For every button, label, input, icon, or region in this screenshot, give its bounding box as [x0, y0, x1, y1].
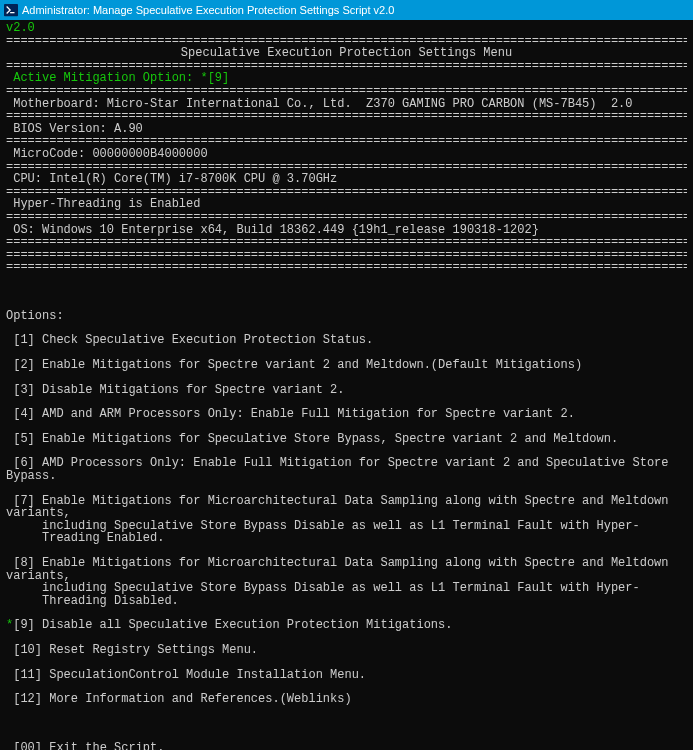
menu-option-6: [6] AMD Processors Only: Enable Full Mit…	[6, 457, 687, 482]
exit-option: [00] Exit the Script.	[6, 742, 687, 750]
active-mitigation-label: Active Mitigation Option: *[9]	[6, 72, 687, 85]
microcode-info: MicroCode: 00000000B4000000	[6, 148, 687, 161]
hyperthreading-info: Hyper-Threading is Enabled	[6, 198, 687, 211]
version-label: v2.0	[6, 22, 687, 35]
divider: ========================================…	[6, 236, 687, 249]
window-title-bar[interactable]: Administrator: Manage Speculative Execut…	[0, 0, 693, 20]
options-header: Options:	[6, 310, 687, 323]
os-info: OS: Windows 10 Enterprise x64, Build 183…	[6, 224, 687, 237]
divider: ========================================…	[6, 249, 687, 262]
menu-option-2: [2] Enable Mitigations for Spectre varia…	[6, 359, 687, 372]
divider: ========================================…	[6, 211, 687, 224]
menu-option-4: [4] AMD and ARM Processors Only: Enable …	[6, 408, 687, 421]
menu-option-12: [12] More Information and References.(We…	[6, 693, 687, 706]
menu-option-9: *[9] Disable all Speculative Execution P…	[6, 619, 687, 632]
menu-option-5: [5] Enable Mitigations for Speculative S…	[6, 433, 687, 446]
divider: ========================================…	[6, 85, 687, 98]
menu-option-10: [10] Reset Registry Settings Menu.	[6, 644, 687, 657]
cpu-info: CPU: Intel(R) Core(TM) i7-8700K CPU @ 3.…	[6, 173, 687, 186]
menu-option-7-cont: including Speculative Store Bypass Disab…	[6, 520, 687, 545]
menu-option-11: [11] SpeculationControl Module Installat…	[6, 669, 687, 682]
menu-option-8-cont: including Speculative Store Bypass Disab…	[6, 582, 687, 607]
window-title-text: Administrator: Manage Speculative Execut…	[22, 4, 394, 16]
bios-info: BIOS Version: A.90	[6, 123, 687, 136]
menu-title: Speculative Execution Protection Setting…	[6, 47, 687, 60]
menu-option-7: [7] Enable Mitigations for Microarchitec…	[6, 495, 687, 520]
divider: ========================================…	[6, 261, 687, 274]
motherboard-info: Motherboard: Micro-Star International Co…	[6, 98, 687, 111]
terminal-output[interactable]: v2.0 ===================================…	[0, 20, 693, 750]
powershell-icon	[4, 3, 18, 17]
divider: ========================================…	[6, 110, 687, 123]
menu-option-8: [8] Enable Mitigations for Microarchitec…	[6, 557, 687, 582]
menu-option-1: [1] Check Speculative Execution Protecti…	[6, 334, 687, 347]
menu-option-3: [3] Disable Mitigations for Spectre vari…	[6, 384, 687, 397]
